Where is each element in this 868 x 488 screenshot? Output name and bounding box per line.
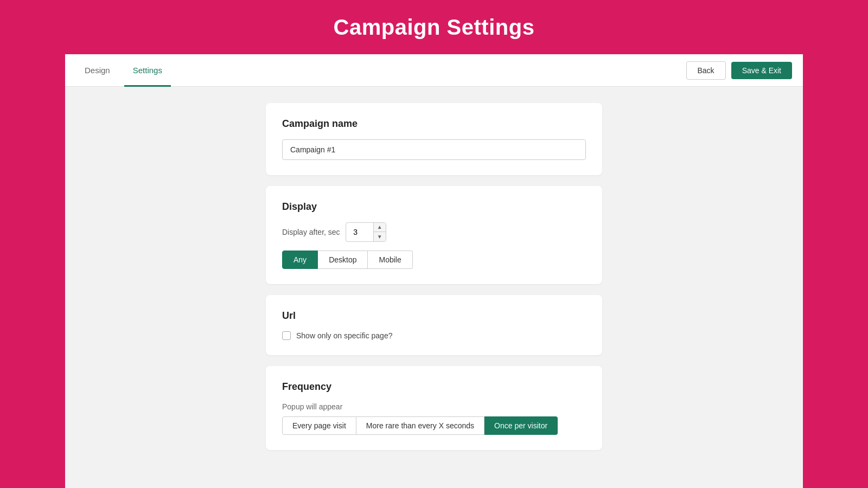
campaign-name-title: Campaign name: [282, 118, 586, 130]
save-exit-button[interactable]: Save & Exit: [731, 62, 792, 79]
campaign-name-input[interactable]: [282, 139, 586, 160]
freq-once-per-visitor-button[interactable]: Once per visitor: [484, 416, 558, 435]
display-card: Display Display after, sec ▲ ▼ Any Deskt…: [266, 186, 602, 284]
spinner-buttons: ▲ ▼: [373, 223, 386, 241]
display-after-input[interactable]: [346, 224, 373, 240]
device-buttons: Any Desktop Mobile: [282, 251, 586, 269]
content-area: Campaign name Display Display after, sec…: [65, 87, 803, 488]
device-any-button[interactable]: Any: [282, 251, 318, 269]
display-after-spinner: ▲ ▼: [346, 222, 386, 242]
url-title: Url: [282, 310, 586, 322]
main-container: Design Settings Back Save & Exit Campaig…: [65, 54, 803, 488]
frequency-card: Frequency Popup will appear Every page v…: [266, 366, 602, 450]
display-title: Display: [282, 201, 586, 213]
spinner-up-button[interactable]: ▲: [374, 223, 386, 232]
device-mobile-button[interactable]: Mobile: [368, 251, 412, 269]
spinner-down-button[interactable]: ▼: [374, 232, 386, 241]
device-desktop-button[interactable]: Desktop: [318, 251, 368, 269]
page-header: Campaign Settings: [0, 0, 868, 54]
back-button[interactable]: Back: [686, 61, 726, 80]
specific-page-label: Show only on specific page?: [296, 331, 392, 340]
tabs: Design Settings: [76, 54, 171, 86]
tab-settings[interactable]: Settings: [124, 55, 171, 87]
display-after-row: Display after, sec ▲ ▼: [282, 222, 586, 242]
campaign-name-card: Campaign name: [266, 103, 602, 175]
freq-more-rare-button[interactable]: More rare than every X seconds: [356, 416, 484, 435]
tab-bar: Design Settings Back Save & Exit: [65, 54, 803, 87]
page-title: Campaign Settings: [334, 15, 535, 40]
specific-page-checkbox[interactable]: [282, 331, 291, 340]
display-after-label: Display after, sec: [282, 228, 340, 236]
freq-every-page-button[interactable]: Every page visit: [282, 416, 356, 435]
tab-design[interactable]: Design: [76, 55, 119, 87]
frequency-title: Frequency: [282, 381, 586, 393]
frequency-sublabel: Popup will appear: [282, 402, 586, 411]
tab-actions: Back Save & Exit: [686, 61, 793, 80]
frequency-buttons: Every page visit More rare than every X …: [282, 416, 586, 435]
url-card: Url Show only on specific page?: [266, 295, 602, 355]
url-checkbox-row: Show only on specific page?: [282, 331, 586, 340]
